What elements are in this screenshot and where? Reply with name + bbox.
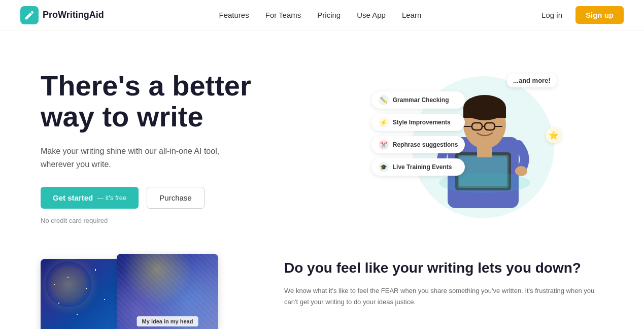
star-badge: ⭐ bbox=[546, 127, 562, 143]
rephrase-label: Rephrase suggestions bbox=[393, 141, 458, 148]
section-title-text: Do you feel like your writing lets you d… bbox=[284, 260, 581, 276]
grammar-icon: ✏️ bbox=[379, 95, 389, 105]
artwork-stack: My idea in my head bbox=[41, 254, 223, 329]
hero-title: There's a better way to write bbox=[41, 70, 312, 133]
hero-section: There's a better way to write Make your … bbox=[0, 30, 644, 254]
get-started-button[interactable]: Get started — it's free bbox=[41, 187, 139, 209]
svg-point-15 bbox=[439, 173, 530, 193]
nav-pricing[interactable]: Pricing bbox=[317, 11, 341, 19]
nav-use-app[interactable]: Use App bbox=[357, 11, 386, 19]
signup-button[interactable]: Sign up bbox=[575, 6, 624, 24]
hero-title-line2: way to write bbox=[41, 101, 204, 133]
logo-icon bbox=[20, 6, 39, 24]
second-left: My idea in my head bbox=[41, 254, 244, 329]
my-idea-label: My idea in my head bbox=[137, 316, 198, 326]
feature-pills: ✏️ Grammar Checking ⚡ Style Improvements… bbox=[371, 91, 465, 176]
brand-name: ProWritingAid bbox=[43, 10, 104, 20]
training-icon: 🎓 bbox=[379, 162, 389, 172]
nav-actions: Log in Sign up bbox=[536, 6, 624, 24]
style-icon: ⚡ bbox=[379, 117, 389, 127]
pill-grammar: ✏️ Grammar Checking bbox=[371, 91, 465, 109]
artwork-card-front: My idea in my head bbox=[117, 254, 218, 329]
nav-links: Features For Teams Pricing Use App Learn bbox=[219, 11, 422, 20]
pill-training: 🎓 Live Training Events bbox=[371, 158, 465, 176]
logo-link[interactable]: ProWritingAid bbox=[20, 6, 104, 24]
second-section-title: Do you feel like your writing lets you d… bbox=[284, 259, 603, 277]
artwork-swirl bbox=[46, 261, 91, 307]
nav-learn[interactable]: Learn bbox=[402, 11, 421, 19]
training-label: Live Training Events bbox=[393, 163, 452, 171]
more-badge: ...and more! bbox=[507, 74, 557, 87]
logo-svg bbox=[24, 10, 35, 21]
navbar: ProWritingAid Features For Teams Pricing… bbox=[0, 0, 644, 30]
hero-title-line1: There's a better bbox=[41, 70, 251, 102]
second-section: My idea in my head Do you feel like your… bbox=[0, 254, 644, 329]
svg-rect-6 bbox=[463, 108, 506, 118]
free-label: — it's free bbox=[97, 194, 126, 202]
purchase-button[interactable]: Purchase bbox=[147, 187, 204, 209]
grammar-label: Grammar Checking bbox=[393, 96, 449, 104]
second-section-text: We know what it's like to feel the FEAR … bbox=[284, 285, 603, 308]
get-started-label: Get started bbox=[53, 193, 93, 202]
hero-left: There's a better way to write Make your … bbox=[41, 70, 312, 224]
hero-illustration: ✏️ Grammar Checking ⚡ Style Improvements… bbox=[371, 71, 564, 223]
login-button[interactable]: Log in bbox=[536, 8, 567, 22]
pill-rephrase: ✂️ Rephrase suggestions bbox=[371, 136, 465, 153]
pill-style: ⚡ Style Improvements bbox=[371, 114, 465, 131]
rephrase-icon: ✂️ bbox=[379, 140, 389, 150]
hero-right: ✏️ Grammar Checking ⚡ Style Improvements… bbox=[332, 61, 604, 234]
nav-for-teams[interactable]: For Teams bbox=[265, 11, 301, 19]
no-credit-text: No credit card required bbox=[41, 217, 312, 224]
hero-subtitle: Make your writing shine with our all-in-… bbox=[41, 145, 244, 171]
style-label: Style Improvements bbox=[393, 119, 451, 126]
svg-rect-12 bbox=[477, 146, 492, 157]
nav-features[interactable]: Features bbox=[219, 11, 249, 19]
svg-point-14 bbox=[515, 166, 527, 176]
second-right: Do you feel like your writing lets you d… bbox=[284, 254, 603, 308]
hero-buttons: Get started — it's free Purchase bbox=[41, 187, 312, 209]
